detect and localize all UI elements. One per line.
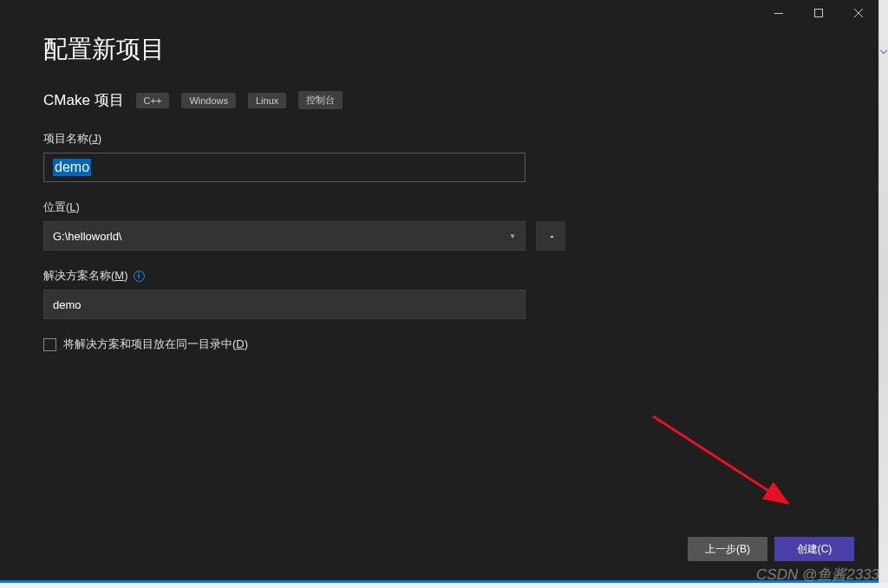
- back-button[interactable]: 上一步(B): [688, 537, 767, 561]
- window-titlebar: [0, 0, 878, 26]
- svg-rect-0: [774, 13, 783, 14]
- same-directory-checkbox-row: 将解决方案和项目放在同一目录中(D): [43, 336, 835, 352]
- solution-name-label: 解决方案名称(M) i: [43, 268, 835, 284]
- solution-name-field: 解决方案名称(M) i: [43, 268, 835, 319]
- maximize-icon: [814, 9, 823, 17]
- location-field: 位置(L) G:\helloworld\ ▼ ...: [43, 199, 835, 251]
- tag-cpp: C++: [136, 93, 170, 108]
- tag-console: 控制台: [298, 91, 343, 109]
- dialog-footer: 上一步(B) 创建(C): [688, 537, 854, 561]
- configure-new-project-dialog: 配置新项目 CMake 项目 C++ Windows Linux 控制台 项目名…: [0, 0, 878, 583]
- tag-linux: Linux: [248, 93, 286, 108]
- tag-windows: Windows: [181, 93, 236, 108]
- create-button[interactable]: 创建(C): [774, 537, 854, 561]
- solution-name-input[interactable]: [43, 290, 526, 319]
- close-button[interactable]: [839, 0, 878, 26]
- svg-rect-1: [815, 10, 823, 17]
- page-title: 配置新项目: [43, 33, 835, 66]
- project-name-label: 项目名称(J): [43, 131, 835, 147]
- same-directory-label: 将解决方案和项目放在同一目录中(D): [63, 336, 248, 352]
- maximize-button[interactable]: [799, 0, 839, 26]
- close-icon: [854, 9, 863, 17]
- project-type-label: CMake 项目: [43, 90, 124, 110]
- location-combo[interactable]: G:\helloworld\ ▼: [43, 221, 526, 251]
- dialog-content: 配置新项目 CMake 项目 C++ Windows Linux 控制台 项目名…: [0, 26, 878, 352]
- location-label: 位置(L): [43, 199, 835, 215]
- project-name-field: 项目名称(J) demo: [43, 131, 835, 182]
- svg-line-5: [653, 416, 787, 503]
- chevron-down-icon: ▼: [509, 232, 516, 240]
- same-directory-checkbox[interactable]: [43, 338, 56, 351]
- location-value: G:\helloworld\: [53, 230, 121, 243]
- info-icon[interactable]: i: [134, 271, 145, 282]
- browse-button[interactable]: ...: [536, 221, 565, 251]
- minimize-icon: [774, 13, 783, 14]
- background-editor-strip: [878, 0, 888, 583]
- project-type-row: CMake 项目 C++ Windows Linux 控制台: [43, 90, 835, 110]
- minimize-button[interactable]: [759, 0, 799, 26]
- annotation-arrow: [640, 403, 813, 525]
- project-name-input[interactable]: demo: [43, 153, 526, 182]
